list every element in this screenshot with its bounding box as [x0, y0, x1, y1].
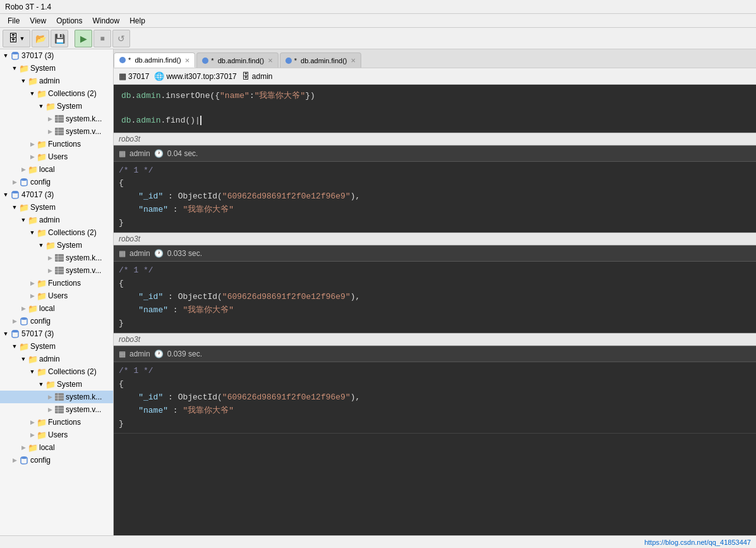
label-local-47017: local [39, 304, 55, 313]
db-icon-37017 [10, 51, 20, 61]
arrow-functions-37017: ▶ [28, 140, 37, 149]
code-line-blank [121, 102, 748, 115]
tree-local-37017[interactable]: ▶ 📁 local [0, 163, 113, 176]
tree-root-57017[interactable]: ▼ 57017 (3) [0, 327, 113, 340]
tree-collections-37017[interactable]: ▼ 📁 Collections (2) [0, 87, 113, 100]
tree-admin-37017[interactable]: ▼ 📁 admin [0, 75, 113, 87]
arrow-functions-57017: ▶ [28, 418, 37, 427]
arrow-col-system-47017: ▼ [37, 241, 45, 250]
robo3t-label-3: robo3t [114, 333, 756, 346]
tree-root-37017[interactable]: ▼ 37017 (3) [0, 49, 113, 62]
label-col-system-57017: System [57, 380, 82, 389]
tree-systemk-47017[interactable]: ▶ system.k... [0, 252, 113, 264]
tree-systemv-47017[interactable]: ▶ system.v... [0, 264, 113, 277]
label-users-47017: Users [48, 291, 68, 300]
tree-functions-37017[interactable]: ▶ 📁 Functions [0, 138, 113, 150]
tab-2[interactable]: * db.admin.find() × [280, 52, 361, 68]
tree-systemk-37017[interactable]: ▶ system.k... [0, 113, 113, 125]
robo3t-label-2: robo3t [114, 233, 756, 245]
folder-icon-admin-37017: 📁 [28, 76, 38, 86]
folder-icon-local-37017: 📁 [28, 164, 38, 174]
menu-file[interactable]: File [3, 15, 25, 27]
tree-systemv-37017[interactable]: ▶ system.v... [0, 125, 113, 138]
arrow-admin-37017: ▼ [19, 76, 28, 85]
table-icon-systemk-37017 [54, 114, 64, 124]
code-line-1: db.admin.insertOne({"name":"我靠你大爷"}) [121, 90, 748, 102]
label-functions-57017: Functions [48, 418, 81, 427]
tree-system-37017[interactable]: ▼ 📁 System [0, 62, 113, 75]
tree-collections-47017[interactable]: ▼ 📁 Collections (2) [0, 226, 113, 239]
result-header-1: ▦ admin 🕐 0.04 sec. [114, 145, 756, 162]
arrow-57017: ▼ [1, 329, 10, 338]
conn-db-value: admin [252, 72, 273, 81]
stop-icon: ■ [100, 34, 104, 43]
tree-col-system-47017[interactable]: ▼ 📁 System [0, 239, 113, 252]
tree-functions-57017[interactable]: ▶ 📁 Functions [0, 416, 113, 429]
tree-systemk-57017[interactable]: ▶ system.k... [0, 391, 113, 403]
tree-local-47017[interactable]: ▶ 📁 local [0, 302, 113, 315]
menu-options[interactable]: Options [51, 15, 87, 27]
open-button[interactable]: 📂 [32, 30, 49, 47]
title-bar: Robo 3T - 1.4 [0, 0, 756, 14]
arrow-col-system-57017: ▼ [37, 380, 45, 389]
play-button[interactable]: ▶ [75, 30, 92, 47]
arrow-functions-47017: ▶ [28, 279, 37, 288]
tab-0[interactable]: * db.admin.find() × [114, 52, 195, 68]
label-local-57017: local [39, 443, 55, 452]
code-editor[interactable]: db.admin.insertOne({"name":"我靠你大爷"}) db.… [114, 85, 756, 133]
tree-config-57017[interactable]: ▶ config [0, 454, 113, 466]
label-config-47017: config [30, 317, 51, 326]
tab-close-2[interactable]: × [351, 56, 356, 65]
tree-collections-57017[interactable]: ▼ 📁 Collections (2) [0, 365, 113, 378]
tab-close-0[interactable]: × [185, 56, 190, 65]
arrow-collections-37017: ▼ [28, 89, 37, 98]
tree-users-47017[interactable]: ▶ 📁 Users [0, 289, 113, 302]
arrow-systemv-57017: ▶ [45, 405, 54, 414]
result-section-1: robo3t ▦ admin 🕐 0.04 sec. /* 1 */ { "_i… [114, 133, 756, 233]
folder-icon-admin-57017: 📁 [28, 354, 38, 364]
menu-help[interactable]: Help [124, 15, 150, 27]
arrow-47017: ▼ [1, 190, 10, 199]
tree-config-47017[interactable]: ▶ config [0, 315, 113, 327]
db-connect-button[interactable]: 🗄 ▼ [3, 30, 30, 47]
refresh-button[interactable]: ↺ [112, 30, 130, 47]
tree-functions-47017[interactable]: ▶ 📁 Functions [0, 277, 113, 289]
arrow-collections-47017: ▼ [28, 228, 37, 237]
result-collection-1: admin [129, 149, 150, 158]
menu-window[interactable]: Window [88, 15, 125, 27]
tree-users-37017[interactable]: ▶ 📁 Users [0, 150, 113, 163]
result-time-3: 0.039 sec. [167, 350, 202, 358]
db-icon-config-37017 [19, 177, 29, 187]
tree-system-57017[interactable]: ▼ 📁 System [0, 340, 113, 353]
tree-systemv-57017[interactable]: ▶ system.v... [0, 403, 113, 416]
tree-admin-47017[interactable]: ▼ 📁 admin [0, 214, 113, 226]
stop-button[interactable]: ■ [93, 30, 111, 47]
tree-col-system-57017[interactable]: ▼ 📁 System [0, 378, 113, 391]
menu-view[interactable]: View [25, 15, 51, 27]
conn-db: 🗄 admin [242, 71, 273, 81]
arrow-systemk-47017: ▶ [45, 253, 54, 262]
tree-config-37017[interactable]: ▶ config [0, 176, 113, 188]
tree-local-57017[interactable]: ▶ 📁 local [0, 441, 113, 454]
table-icon-systemk-57017 [54, 392, 64, 402]
result-section-3: robo3t ▦ admin 🕐 0.039 sec. /* 1 */ { "_… [114, 333, 756, 434]
tree-col-system-37017[interactable]: ▼ 📁 System [0, 100, 113, 113]
db-icon: 🗄 [8, 33, 18, 44]
db-icon-config-47017 [19, 316, 29, 326]
folder-icon-users-47017: 📁 [37, 291, 47, 301]
tree-admin-57017[interactable]: ▼ 📁 admin [0, 353, 113, 365]
title-text: Robo 3T - 1.4 [5, 3, 51, 11]
tree-users-57017[interactable]: ▶ 📁 Users [0, 429, 113, 441]
label-local-37017: local [39, 165, 55, 174]
save-button[interactable]: 💾 [51, 30, 68, 47]
tree-system-47017[interactable]: ▼ 📁 System [0, 201, 113, 214]
label-systemv-57017: system.v... [66, 405, 101, 414]
tab-close-1[interactable]: × [268, 56, 273, 65]
robo3t-label-1: robo3t [114, 133, 756, 145]
db-icon-57017 [10, 329, 20, 339]
conn-host: 🌐 www.it307.top:37017 [154, 71, 236, 81]
tab-1[interactable]: * db.admin.find() × [196, 52, 278, 68]
tree-root-47017[interactable]: ▼ 47017 (3) [0, 188, 113, 201]
tab-label-1: * db.admin.find() [211, 57, 264, 64]
folder-icon-collections-47017: 📁 [37, 228, 47, 238]
